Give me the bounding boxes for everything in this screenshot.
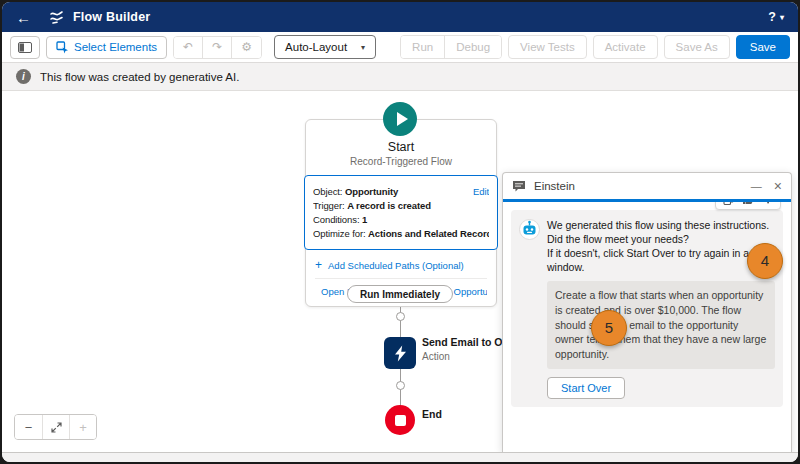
lightning-bolt-icon — [394, 345, 407, 362]
einstein-message: We generated this flow using these instr… — [511, 210, 783, 407]
view-tests-button[interactable]: View Tests — [508, 35, 587, 59]
einstein-message-text2: If it doesn't, click Start Over to try a… — [547, 246, 775, 274]
undo-icon: ↶ — [183, 40, 193, 54]
expand-icon — [51, 422, 62, 433]
einstein-panel: Einstein — × — [502, 172, 792, 452]
app-header: ← Flow Builder ? ▾ — [2, 2, 798, 32]
select-cursor-icon — [56, 41, 69, 54]
config-row-object: Edit Object: Opportunity — [313, 186, 489, 197]
thumbs-up-icon — [742, 202, 754, 205]
minimize-icon[interactable]: — — [751, 181, 762, 192]
add-scheduled-paths-label: Add Scheduled Paths (Optional) — [328, 260, 464, 271]
zoom-out-button[interactable]: − — [15, 415, 42, 439]
einstein-panel-title: Einstein — [534, 180, 575, 192]
copy-button[interactable] — [719, 202, 737, 207]
screen: ← Flow Builder ? ▾ Select El — [0, 0, 800, 464]
walkthrough-marker-4[interactable]: 4 — [747, 243, 783, 279]
redo-button[interactable]: ↷ — [202, 37, 231, 58]
flow-settings-button[interactable]: ⚙ — [231, 37, 261, 58]
panel-toggle-icon — [18, 42, 32, 53]
debug-button[interactable]: Debug — [444, 36, 501, 58]
config-row-optimize: Optimize for: Actions and Related Record… — [313, 228, 489, 239]
config-label: Conditions: — [313, 214, 362, 225]
config-row-trigger: Trigger: A record is created — [313, 200, 489, 211]
toggle-toolbox-button[interactable] — [10, 36, 40, 59]
window-footer — [2, 452, 798, 462]
einstein-bot-avatar — [519, 219, 540, 244]
select-elements-button[interactable]: Select Elements — [46, 36, 167, 59]
run-button[interactable]: Run — [401, 36, 444, 58]
config-value: Opportunity — [345, 186, 398, 197]
play-icon — [397, 112, 408, 126]
flow-builder-icon — [49, 10, 64, 24]
plus-icon: + — [315, 259, 322, 271]
config-label: Object: — [313, 186, 345, 197]
undo-button[interactable]: ↶ — [174, 37, 202, 58]
edit-link[interactable]: Edit — [473, 186, 489, 197]
panel-controls: — × — [751, 179, 782, 193]
config-label: Optimize for: — [313, 228, 368, 239]
zoom-controls: − + — [14, 414, 97, 440]
end-node[interactable] — [385, 405, 415, 435]
gear-icon: ⚙ — [241, 40, 252, 54]
close-icon[interactable]: × — [774, 179, 782, 193]
einstein-message-text: We generated this flow using these instr… — [547, 218, 775, 246]
generative-ai-banner: i This flow was created by generative AI… — [2, 63, 798, 91]
end-node-label: End — [422, 408, 442, 420]
flow-canvas[interactable]: Start Record-Triggered Flow Edit Object:… — [2, 91, 798, 452]
start-node-title: Start — [314, 140, 488, 154]
layout-select[interactable]: Auto-Layout ▾ — [274, 35, 376, 59]
zoom-in-button[interactable]: + — [69, 415, 96, 439]
config-row-conditions: Conditions: 1 — [313, 214, 489, 225]
redo-icon: ↷ — [212, 40, 222, 54]
add-scheduled-paths-link[interactable]: + Add Scheduled Paths (Optional) — [315, 252, 487, 278]
thumbs-down-icon — [762, 202, 774, 205]
help-icon: ? — [768, 10, 776, 24]
start-over-button[interactable]: Start Over — [547, 377, 625, 399]
walkthrough-marker-5[interactable]: 5 — [591, 310, 627, 346]
help-menu[interactable]: ? ▾ — [768, 10, 784, 24]
config-value: 1 — [362, 214, 367, 225]
info-icon: i — [16, 69, 31, 84]
start-node-card[interactable]: Start Record-Triggered Flow Edit Object:… — [305, 119, 497, 307]
config-value: Actions and Related Records — [368, 228, 489, 239]
copy-icon — [723, 202, 734, 205]
flow-builder-window: ← Flow Builder ? ▾ Select El — [2, 2, 798, 462]
thumbs-up-button[interactable] — [739, 202, 757, 207]
stop-icon — [395, 415, 406, 426]
run-immediately-pill: Run Immediately — [347, 285, 453, 303]
select-elements-label: Select Elements — [74, 41, 157, 53]
save-button[interactable]: Save — [736, 35, 790, 59]
start-node-button[interactable] — [383, 102, 417, 136]
config-label: Trigger: — [313, 200, 347, 211]
zoom-fit-button[interactable] — [42, 415, 69, 439]
banner-text: This flow was created by generative AI. — [40, 71, 239, 83]
builder-toolbar: Select Elements ↶ ↷ ⚙ Auto-Layout ▾ Run … — [2, 32, 798, 63]
robot-icon — [519, 219, 540, 240]
add-element-button[interactable] — [396, 312, 405, 321]
einstein-panel-body: We generated this flow using these instr… — [503, 202, 791, 453]
flow-glyph — [49, 10, 64, 24]
message-hover-toolbar — [715, 202, 781, 210]
activate-button[interactable]: Activate — [593, 35, 658, 59]
einstein-message-content: We generated this flow using these instr… — [547, 218, 775, 399]
chat-bubble-icon — [512, 180, 526, 192]
einstein-panel-header: Einstein — × — [503, 173, 791, 199]
chevron-down-icon: ▾ — [780, 13, 784, 22]
save-as-button[interactable]: Save As — [664, 35, 730, 59]
layout-select-value: Auto-Layout — [285, 41, 347, 53]
start-config-box: Edit Object: Opportunity Trigger: A reco… — [304, 175, 498, 250]
chevron-down-icon: ▾ — [361, 43, 365, 52]
flow-instructions-quote: Create a flow that starts when an opport… — [547, 281, 775, 368]
start-node-subtitle: Record-Triggered Flow — [314, 156, 488, 167]
config-value: A record is created — [347, 200, 431, 211]
history-settings-group: ↶ ↷ ⚙ — [173, 36, 262, 59]
thumbs-down-button[interactable] — [759, 202, 777, 207]
run-debug-group: Run Debug — [400, 35, 502, 59]
action-node-button[interactable] — [384, 337, 416, 369]
page-title: Flow Builder — [73, 10, 150, 24]
back-icon[interactable]: ← — [16, 10, 31, 25]
add-element-button[interactable] — [396, 381, 405, 390]
